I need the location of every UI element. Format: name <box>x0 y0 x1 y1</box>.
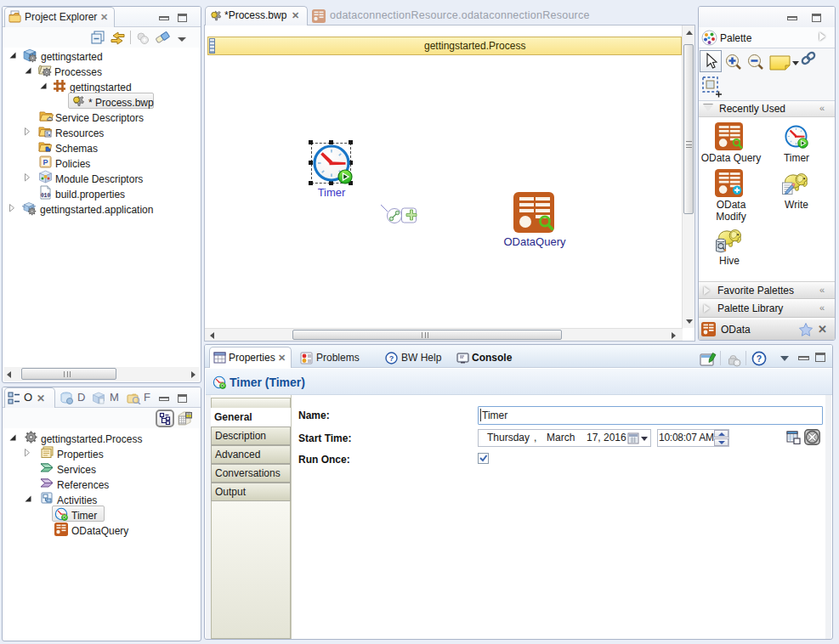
svg-text:?: ? <box>389 354 394 363</box>
svg-text:010: 010 <box>41 193 51 199</box>
svg-text:P: P <box>43 158 48 167</box>
svg-text:?: ? <box>757 353 762 364</box>
